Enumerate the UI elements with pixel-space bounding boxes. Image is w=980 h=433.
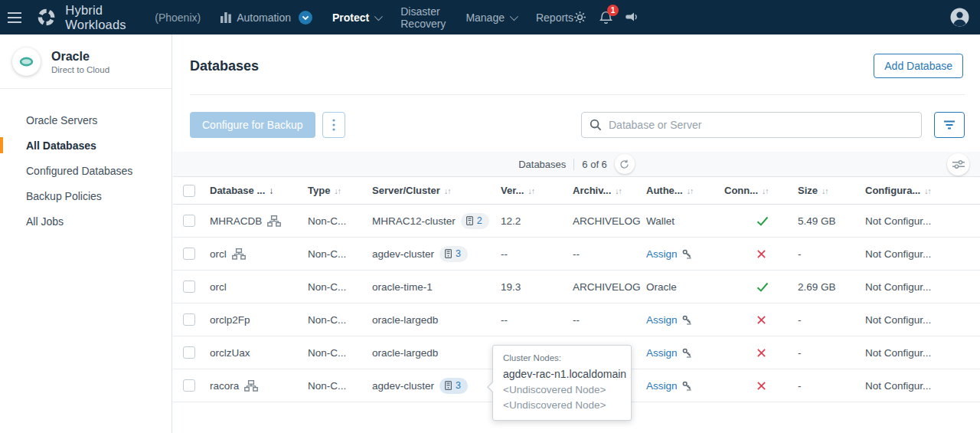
column-header-configura[interactable]: Configura...↓↑ xyxy=(861,185,980,196)
column-header-authe[interactable]: Authe...↓↑ xyxy=(642,185,720,196)
db-name[interactable]: orcl xyxy=(210,281,227,293)
page-title: Databases xyxy=(190,58,259,74)
row-checkbox[interactable] xyxy=(183,215,195,227)
column-header-servercluster[interactable]: Server/Cluster↓↑ xyxy=(368,185,496,196)
cluster-icon xyxy=(267,215,281,227)
nav-item-disaster-recovery[interactable]: Disaster Recovery xyxy=(400,5,446,30)
row-checkbox[interactable] xyxy=(183,379,195,392)
authentication-cell: Oracle xyxy=(642,281,720,293)
not-connected-cross-icon xyxy=(756,348,766,358)
header-checkbox[interactable] xyxy=(183,185,195,197)
grid-title: Databases xyxy=(518,159,566,170)
column-header-database[interactable]: Database ...↓ xyxy=(205,185,303,196)
nav-item-protect[interactable]: Protect xyxy=(332,11,381,24)
db-row: orclNon-C...oracle-time-119.3ARCHIVELOGO… xyxy=(173,271,980,303)
server-name[interactable]: MHRAC12-cluster xyxy=(372,215,456,227)
megaphone-icon[interactable] xyxy=(626,12,639,23)
sort-icons: ↓↑ xyxy=(444,186,451,195)
sidebar-item-all-databases[interactable]: All Databases xyxy=(0,133,172,158)
archive-log-mode: ARCHIVELOG xyxy=(568,281,642,293)
server-name[interactable]: oracle-largedb xyxy=(372,347,438,359)
key-icon xyxy=(682,348,692,358)
db-size: 5.49 GB xyxy=(793,215,861,227)
node-count-badge[interactable]: 3 xyxy=(439,246,468,262)
brand-logo-icon[interactable] xyxy=(37,8,56,27)
column-header-ver[interactable]: Ver...↓↑ xyxy=(496,185,568,196)
db-name[interactable]: orclzUax xyxy=(210,347,250,359)
cluster-icon xyxy=(244,380,258,392)
server-cluster-cell: oracle-time-1 xyxy=(368,281,496,293)
nav-item-reports[interactable]: Reports xyxy=(536,11,573,24)
column-label: Configura... xyxy=(865,185,920,196)
more-actions-button[interactable] xyxy=(322,112,345,138)
connected-cell xyxy=(720,348,793,358)
db-name[interactable]: MHRACDB xyxy=(210,215,262,227)
column-header-archiv[interactable]: Archiv...↓↑ xyxy=(568,185,642,196)
column-header-type[interactable]: Type↓↑ xyxy=(303,185,368,196)
row-checkbox[interactable] xyxy=(183,280,195,293)
column-header-size[interactable]: Size↓↑ xyxy=(793,185,861,196)
row-checkbox[interactable] xyxy=(183,248,195,260)
column-settings-icon[interactable] xyxy=(947,153,969,175)
db-name-cell: orcl xyxy=(205,248,303,260)
add-database-button[interactable]: Add Database xyxy=(874,54,963,78)
filter-button[interactable] xyxy=(934,112,965,138)
sidebar-item-configured-databases[interactable]: Configured Databases xyxy=(0,158,172,183)
gear-icon[interactable] xyxy=(573,11,586,24)
row-checkbox[interactable] xyxy=(183,346,195,359)
connected-cell xyxy=(720,315,793,325)
nav-item-automation[interactable]: Automation xyxy=(220,11,312,25)
connected-cell xyxy=(720,381,793,391)
chevron-down-circle-icon[interactable] xyxy=(299,11,312,25)
db-name[interactable]: racora xyxy=(210,380,239,392)
tooltip-node: <Undiscovered Node> xyxy=(503,384,621,395)
column-header-conn[interactable]: Conn...↓↑ xyxy=(720,185,793,196)
db-name-cell: MHRACDB xyxy=(205,215,303,227)
assign-link[interactable]: Assign xyxy=(646,248,692,260)
oracle-app-icon xyxy=(12,48,41,76)
select-all-checkbox[interactable] xyxy=(173,185,205,197)
assign-link[interactable]: Assign xyxy=(646,380,692,392)
assign-label: Assign xyxy=(646,347,678,359)
server-name[interactable]: agdev-cluster xyxy=(372,380,434,392)
bar-chart-icon xyxy=(220,12,231,23)
key-icon xyxy=(682,315,692,325)
auth-type: Wallet xyxy=(646,215,675,227)
tooltip-nodes: agdev-rac-n1.localdomain<Undiscovered No… xyxy=(503,368,621,411)
sort-icons: ↓↑ xyxy=(528,186,534,195)
sidebar-item-backup-policies[interactable]: Backup Policies xyxy=(0,183,172,208)
node-count-badge[interactable]: 2 xyxy=(461,213,489,229)
column-label: Database ... xyxy=(210,185,265,196)
db-name[interactable]: orclp2Fp xyxy=(210,314,250,326)
sort-icons: ↓↑ xyxy=(687,186,694,195)
notification-badge: 1 xyxy=(607,5,619,16)
server-name[interactable]: agdev-cluster xyxy=(372,248,434,260)
sidebar-item-all-jobs[interactable]: All Jobs xyxy=(0,208,172,234)
node-count-badge[interactable]: 3 xyxy=(439,378,468,394)
db-size: - xyxy=(793,248,861,260)
nav-item-manage[interactable]: Manage xyxy=(466,11,516,24)
db-name[interactable]: orcl xyxy=(210,248,227,260)
sort-icons: ↓↑ xyxy=(924,186,931,195)
search-icon xyxy=(590,119,602,131)
configuration-status: Not Configur... xyxy=(861,347,980,359)
sidebar-item-oracle-servers[interactable]: Oracle Servers xyxy=(0,107,172,133)
tooltip-node: <Undiscovered Node> xyxy=(503,399,621,411)
nav-item-label: Manage xyxy=(466,11,505,24)
user-avatar[interactable] xyxy=(950,8,969,27)
configure-for-backup-button[interactable]: Configure for Backup xyxy=(190,112,315,138)
db-name-cell: orclzUax xyxy=(205,347,303,359)
server-name[interactable]: oracle-time-1 xyxy=(372,281,433,293)
server-name[interactable]: oracle-largedb xyxy=(372,314,438,326)
db-version: 12.2 xyxy=(496,215,568,227)
configuration-status: Not Configur... xyxy=(861,314,980,326)
sidebar-item-label: Oracle Servers xyxy=(26,114,97,126)
bell-icon[interactable]: 1 xyxy=(599,10,612,25)
db-version: 19.3 xyxy=(496,281,568,293)
assign-link[interactable]: Assign xyxy=(646,314,692,326)
search-input[interactable] xyxy=(609,119,913,131)
refresh-icon[interactable] xyxy=(615,154,635,174)
row-checkbox[interactable] xyxy=(183,313,195,326)
assign-link[interactable]: Assign xyxy=(646,347,692,359)
menu-icon[interactable] xyxy=(0,11,29,24)
